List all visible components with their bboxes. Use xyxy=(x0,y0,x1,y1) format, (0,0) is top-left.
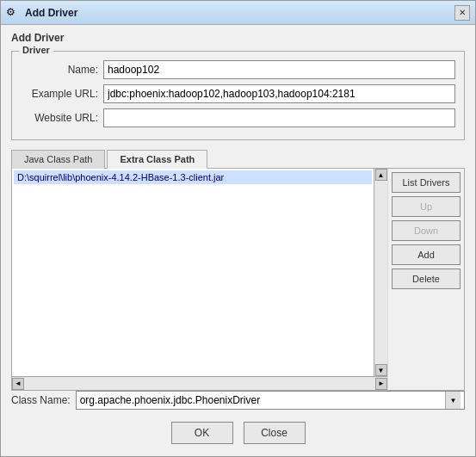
scroll-track-h[interactable] xyxy=(24,378,375,390)
website-url-label: Website URL: xyxy=(21,112,98,124)
horizontal-scrollbar: ◄ ► xyxy=(12,376,387,390)
website-url-input[interactable] xyxy=(103,108,455,127)
delete-button[interactable]: Delete xyxy=(392,269,461,289)
class-name-combo[interactable]: org.apache.phoenix.jdbc.PhoenixDriver ▼ xyxy=(76,391,465,410)
path-list-wrapper: D:\squirrel\lib\phoenix-4.14.2-HBase-1.3… xyxy=(12,169,387,390)
driver-group-title: Driver xyxy=(19,45,53,55)
side-buttons-panel: List Drivers Up Down Add Delete xyxy=(387,169,464,390)
name-row: Name: xyxy=(21,60,455,79)
list-inner: D:\squirrel\lib\phoenix-4.14.2-HBase-1.3… xyxy=(12,169,387,376)
window-title: Add Driver xyxy=(25,7,77,19)
list-drivers-button[interactable]: List Drivers xyxy=(392,172,461,193)
example-url-input[interactable] xyxy=(103,84,455,103)
title-bar-left: ⚙ Add Driver xyxy=(6,6,77,20)
class-name-row: Class Name: org.apache.phoenix.jdbc.Phoe… xyxy=(11,391,465,410)
class-name-value: org.apache.phoenix.jdbc.PhoenixDriver xyxy=(80,394,445,406)
path-item[interactable]: D:\squirrel\lib\phoenix-4.14.2-HBase-1.3… xyxy=(14,170,372,184)
bottom-buttons: OK Close xyxy=(11,418,465,449)
tab-extra-class-path[interactable]: Extra Class Path xyxy=(107,150,207,169)
add-button[interactable]: Add xyxy=(392,244,461,265)
tab-java-class-path[interactable]: Java Class Path xyxy=(11,150,105,169)
vertical-scrollbar: ▲ ▼ xyxy=(374,169,387,376)
title-bar: ⚙ Add Driver ✕ xyxy=(1,1,475,25)
tabs-container: Java Class Path Extra Class Path xyxy=(11,149,465,169)
tab-content: D:\squirrel\lib\phoenix-4.14.2-HBase-1.3… xyxy=(11,169,465,391)
combo-dropdown-arrow[interactable]: ▼ xyxy=(445,392,461,409)
class-name-label: Class Name: xyxy=(11,394,71,406)
path-list[interactable]: D:\squirrel\lib\phoenix-4.14.2-HBase-1.3… xyxy=(12,169,374,376)
example-url-row: Example URL: xyxy=(21,84,455,103)
name-input[interactable] xyxy=(103,60,455,79)
scroll-down-button[interactable]: ▼ xyxy=(375,364,387,376)
example-url-label: Example URL: xyxy=(21,88,98,100)
tab-panel: Java Class Path Extra Class Path D:\squi… xyxy=(11,149,465,391)
driver-group-box: Driver Name: Example URL: Website URL: xyxy=(11,51,465,140)
name-label: Name: xyxy=(21,64,98,76)
scroll-left-button[interactable]: ◄ xyxy=(12,378,24,390)
scroll-up-button[interactable]: ▲ xyxy=(375,169,387,181)
website-url-row: Website URL: xyxy=(21,108,455,127)
up-button[interactable]: Up xyxy=(392,196,461,217)
window-content: Add Driver Driver Name: Example URL: Web… xyxy=(1,25,475,456)
close-button[interactable]: ✕ xyxy=(454,5,470,21)
scroll-track-v[interactable] xyxy=(375,181,387,364)
add-driver-window: ⚙ Add Driver ✕ Add Driver Driver Name: E… xyxy=(0,0,476,457)
scroll-right-button[interactable]: ► xyxy=(375,378,387,390)
window-icon: ⚙ xyxy=(6,6,20,20)
section-label: Add Driver xyxy=(11,32,465,44)
dialog-close-button[interactable]: Close xyxy=(244,422,306,444)
down-button[interactable]: Down xyxy=(392,220,461,241)
ok-button[interactable]: OK xyxy=(171,422,233,444)
